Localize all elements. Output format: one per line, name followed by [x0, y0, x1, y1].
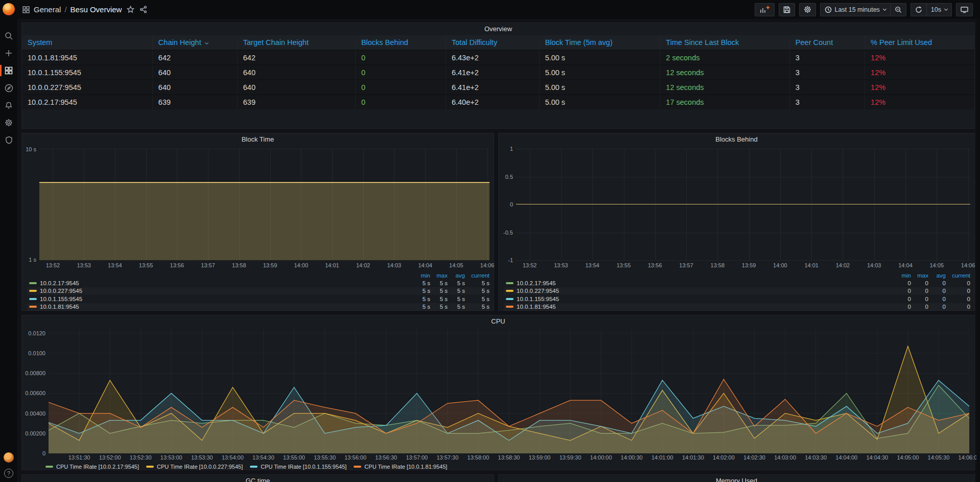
breadcrumb-folder[interactable]: General — [34, 5, 61, 14]
x-tick-label: 13:55 — [617, 262, 631, 268]
x-tick-label: 13:52:30 — [130, 454, 152, 461]
legend-stat-header[interactable]: max — [430, 272, 448, 279]
grid-line-vertical — [146, 149, 147, 260]
blocks-behind-plot[interactable] — [516, 149, 970, 260]
refresh-interval-picker[interactable]: 10s — [926, 3, 952, 16]
legend-series-swatch — [146, 466, 154, 468]
column-header-label: Peer Count — [796, 38, 833, 47]
cpu-plot[interactable] — [49, 330, 969, 453]
x-tick-label: 13:57 — [679, 262, 693, 268]
y-tick-label: 0.0120 — [22, 330, 45, 336]
scrollbar-track[interactable] — [976, 19, 980, 482]
sidebar: ? — [0, 0, 17, 482]
legend-row[interactable]: 10.0.0.227:95455 s5 s5 s5 s — [27, 287, 489, 295]
table-cell: 6.41e+2 — [446, 80, 539, 95]
explore-compass-icon[interactable] — [2, 81, 16, 95]
legend-row[interactable]: 10.0.1.155:95455 s5 s5 s5 s — [27, 295, 489, 303]
chevron-down-icon — [883, 7, 886, 10]
legend-stat-header[interactable]: avg — [448, 272, 465, 279]
legend-stat-header[interactable]: avg — [928, 272, 946, 279]
legend-series-swatch — [29, 298, 37, 300]
legend-series[interactable]: CPU Time IRate [10.0.1.81:9545] — [354, 464, 447, 470]
grid-line-vertical — [301, 149, 301, 260]
x-tick-label: 14:02:00 — [713, 454, 735, 461]
legend-series[interactable]: CPU Time IRate [10.0.2.17:9545] — [45, 464, 139, 470]
column-header[interactable]: % Peer Limit Used — [865, 35, 974, 50]
legend-stat-header[interactable]: current — [465, 272, 489, 279]
time-range-picker[interactable]: Last 15 minutes — [820, 3, 890, 16]
add-icon[interactable] — [2, 46, 16, 60]
panel-title-cpu[interactable]: CPU — [22, 315, 974, 328]
kiosk-tv-button[interactable] — [956, 3, 973, 16]
panel-title-overview[interactable]: Overview — [22, 23, 974, 35]
share-icon[interactable] — [139, 6, 147, 13]
table-row: 10.0.1.81:954564264206.43e+25.00 s2 seco… — [22, 50, 974, 65]
configuration-gear-icon[interactable] — [2, 116, 16, 130]
legend-value: 5 s — [413, 288, 430, 294]
table-cell: 0 — [355, 65, 446, 80]
legend-row[interactable]: 10.0.2.17:95455 s5 s5 s5 s — [27, 279, 489, 287]
legend-series-swatch — [506, 282, 514, 284]
y-tick-label: 0.00200 — [22, 430, 45, 437]
legend-row[interactable]: 10.0.1.81:95455 s5 s5 s5 s — [27, 303, 489, 311]
legend-stat-header[interactable]: min — [413, 272, 430, 279]
column-header[interactable]: Peer Count — [789, 35, 865, 50]
legend-series-swatch — [29, 306, 37, 308]
search-icon[interactable] — [2, 29, 16, 43]
table-cell: 6.43e+2 — [446, 50, 539, 65]
panel-title-memory-used[interactable]: Memory Used — [499, 475, 974, 482]
column-header[interactable]: Blocks Behind — [355, 35, 446, 50]
legend-series-swatch — [29, 282, 37, 284]
block-time-plot[interactable] — [39, 149, 489, 260]
x-axis-labels: 13:5213:5313:5413:5513:5613:5713:5813:59… — [39, 262, 489, 269]
zoom-out-button[interactable] — [890, 3, 906, 16]
legend-row[interactable]: 10.0.1.155:95450000 — [504, 295, 970, 303]
legend-stat-header[interactable]: min — [894, 272, 911, 279]
dashboard-settings-button[interactable] — [799, 3, 816, 16]
legend-series-name[interactable]: 10.0.1.81:9545 — [517, 304, 556, 310]
dashboards-icon[interactable] — [2, 63, 16, 78]
legend-series-name[interactable]: 10.0.2.17:9545 — [517, 280, 556, 286]
legend-series-name[interactable]: 10.0.1.155:9545 — [517, 296, 559, 302]
help-icon[interactable]: ? — [4, 469, 13, 478]
panel-title-block-time[interactable]: Block Time — [22, 133, 494, 146]
column-header-label: Chain Height — [158, 38, 201, 47]
column-header[interactable]: Target Chain Height — [237, 35, 355, 50]
user-avatar[interactable] — [4, 452, 14, 463]
column-header[interactable]: System — [22, 35, 152, 50]
legend-series-name[interactable]: 10.0.1.155:9545 — [40, 296, 82, 302]
legend-stat-header[interactable]: max — [911, 272, 928, 279]
alerting-bell-icon[interactable] — [2, 98, 16, 112]
column-header[interactable]: Chain Height — [152, 35, 237, 50]
column-header[interactable]: Total Difficulty — [446, 35, 539, 50]
legend-series[interactable]: CPU Time IRate [10.0.1.155:9545] — [250, 464, 346, 470]
grid-line-vertical — [487, 149, 488, 260]
server-admin-shield-icon[interactable] — [2, 133, 16, 147]
column-header[interactable]: Time Since Last Block — [660, 35, 790, 50]
table-cell: 2 seconds — [660, 50, 790, 65]
column-header[interactable]: Block Time (5m avg) — [539, 35, 660, 50]
add-panel-button[interactable]: + — [755, 3, 775, 16]
grid-line-vertical — [270, 149, 271, 260]
star-icon[interactable] — [127, 6, 134, 13]
save-dashboard-button[interactable] — [779, 3, 795, 16]
legend-stat-header[interactable]: current — [946, 272, 970, 279]
x-tick-label: 14:02:30 — [743, 454, 765, 461]
legend-row[interactable]: 10.0.1.81:95450000 — [504, 303, 970, 311]
legend-series-name[interactable]: 10.0.0.227:9545 — [517, 288, 559, 294]
legend-series-name[interactable]: 10.0.0.227:9545 — [40, 288, 82, 294]
panel-title-blocks-behind[interactable]: Blocks Behind — [499, 133, 974, 146]
legend-series[interactable]: CPU Time IRate [10.0.0.227:9545] — [146, 464, 243, 470]
x-tick-label: 14:00 — [294, 262, 308, 268]
x-tick-label: 13:53 — [554, 262, 568, 268]
legend-row[interactable]: 10.0.2.17:95450000 — [504, 279, 970, 287]
grid-line-vertical — [394, 149, 394, 260]
legend-series-name[interactable]: 10.0.1.81:9545 — [40, 304, 79, 310]
grafana-logo-icon[interactable] — [3, 3, 15, 15]
refresh-button[interactable] — [911, 3, 926, 16]
panel-title-gc-time[interactable]: GC time — [22, 475, 494, 482]
breadcrumb-dashboard-title[interactable]: Besu Overview — [71, 5, 122, 14]
refresh-interval-label: 10s — [931, 6, 941, 13]
legend-row[interactable]: 10.0.0.227:95450000 — [504, 287, 970, 295]
legend-series-name[interactable]: 10.0.2.17:9545 — [40, 280, 79, 286]
